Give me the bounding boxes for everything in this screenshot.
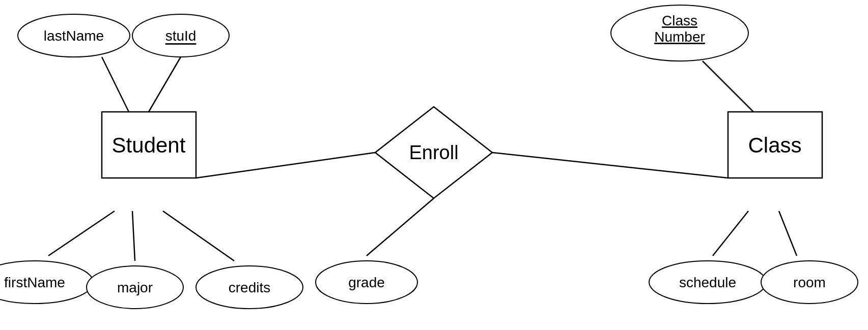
connector-class-schedule	[713, 211, 748, 256]
class-label: Class	[748, 133, 801, 157]
stuId-label: stuId	[165, 28, 197, 44]
er-diagram: Student Class Enroll lastName stuId firs…	[0, 0, 868, 330]
firstName-label: firstName	[4, 275, 65, 290]
connector-class-room	[779, 211, 797, 256]
connector-enroll-class	[492, 153, 728, 178]
student-label: Student	[112, 133, 186, 157]
connector-student-credits	[163, 211, 234, 261]
connector-stuId-student	[149, 57, 181, 112]
lastName-label: lastName	[44, 28, 104, 44]
connector-student-firstName	[48, 211, 115, 256]
grade-label: grade	[348, 275, 385, 290]
credits-label: credits	[229, 280, 270, 295]
connector-student-major	[132, 211, 135, 261]
classNumber-label2: Number	[654, 29, 705, 45]
major-label: major	[117, 280, 153, 295]
room-label: room	[793, 275, 826, 290]
schedule-label: schedule	[679, 275, 736, 290]
connector-enroll-grade	[367, 198, 434, 256]
connector-classNumber-class	[703, 61, 753, 112]
connector-lastName-student	[102, 57, 129, 112]
connector-student-enroll	[196, 153, 375, 178]
classNumber-label: Class	[662, 13, 697, 28]
enroll-label: Enroll	[409, 142, 458, 163]
